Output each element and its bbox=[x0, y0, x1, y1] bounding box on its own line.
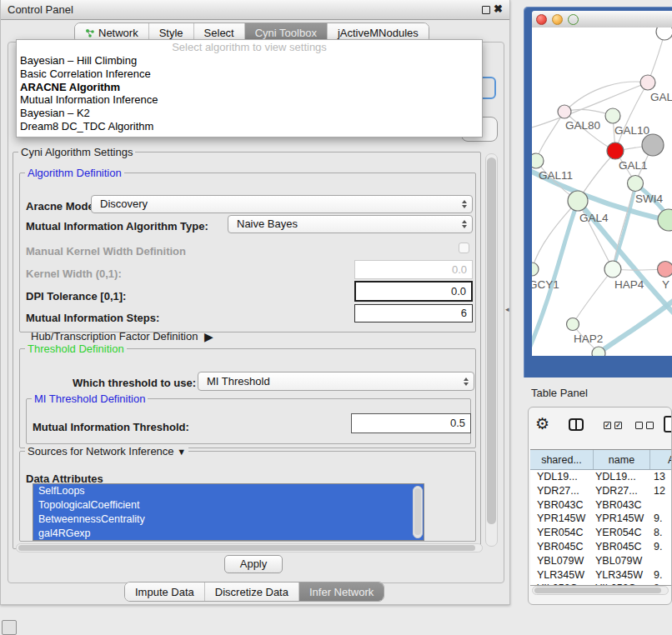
node-table[interactable]: shared...nameA YDL19...YDL19...13YDR27..… bbox=[530, 449, 672, 586]
column-header[interactable]: shared... bbox=[530, 450, 594, 469]
gear-icon[interactable]: ⚙ bbox=[535, 414, 549, 433]
float-window-icon[interactable] bbox=[482, 6, 490, 14]
mi-type-combo[interactable]: Naive Bayes bbox=[228, 215, 473, 233]
data-attributes-list[interactable]: SelfLoopsTopologicalCoefficientBetweenne… bbox=[33, 483, 424, 541]
checked-box-icon[interactable]: ✓ bbox=[614, 422, 622, 429]
page-icon[interactable] bbox=[664, 416, 672, 432]
manual-kernel-label: Manual Kernel Width Definition bbox=[26, 245, 186, 258]
expander-down-icon[interactable]: ▼ bbox=[177, 447, 186, 457]
attribute-item-selected[interactable]: gal4RGexp bbox=[33, 527, 424, 541]
manual-kernel-checkbox[interactable] bbox=[459, 242, 469, 253]
splitter-collapse-icon[interactable]: ◂ bbox=[505, 305, 509, 313]
attribute-item-selected[interactable]: TopologicalCoefficient bbox=[33, 498, 424, 512]
network-node-hap2[interactable] bbox=[567, 318, 579, 331]
mi-threshold-label: Mutual Information Threshold: bbox=[33, 421, 189, 433]
aracne-mode-combo[interactable]: Discovery bbox=[91, 195, 473, 213]
network-node[interactable] bbox=[592, 347, 605, 356]
algorithm-select-popup: Select algorithm to view settings Bayesi… bbox=[16, 39, 483, 138]
tab-label: jActiveMNodules bbox=[338, 27, 419, 39]
list-vertical-scrollbar[interactable] bbox=[413, 486, 423, 538]
algorithm-option[interactable]: ARACNE Algorithm bbox=[17, 81, 482, 94]
tab-discretize-data[interactable]: Discretize Data bbox=[205, 582, 299, 601]
network-node-gal80[interactable] bbox=[558, 105, 571, 118]
network-edge[interactable] bbox=[597, 299, 672, 354]
expander-right-icon[interactable]: ▶ bbox=[204, 330, 213, 343]
scrollbar-thumb[interactable] bbox=[534, 588, 661, 593]
table-row[interactable]: YER054CYER054C8. bbox=[530, 526, 672, 540]
network-edge[interactable] bbox=[536, 112, 564, 161]
network-node-gal11[interactable] bbox=[532, 153, 544, 168]
network-view-window: GALGAL80GAL10GAL1GAL11SWI4GAL4GCY1HAP4YH… bbox=[524, 7, 672, 378]
table-horizontal-scrollbar[interactable] bbox=[532, 586, 669, 595]
table-row[interactable]: YBR045CYBR045C9. bbox=[530, 540, 672, 554]
node-label: GAL4 bbox=[579, 212, 609, 224]
algorithm-option[interactable]: Dream8 DC_TDC Algorithm bbox=[17, 120, 482, 133]
network-edge[interactable] bbox=[564, 82, 648, 112]
table-row[interactable]: YPR145WYPR145W9. bbox=[530, 512, 672, 526]
table-row[interactable]: YBR043CYBR043C bbox=[530, 498, 672, 512]
table-row[interactable]: YLR345WYLR345W9. bbox=[530, 568, 672, 582]
attribute-item-selected[interactable]: SelfLoops bbox=[33, 484, 424, 498]
table-row[interactable]: YDL19...YDL19...13 bbox=[530, 470, 672, 484]
network-canvas[interactable]: GALGAL80GAL10GAL1GAL11SWI4GAL4GCY1HAP4YH… bbox=[532, 28, 672, 356]
table-cell: YBL079W bbox=[594, 554, 650, 568]
apply-label: Apply bbox=[240, 558, 268, 570]
table-row[interactable]: YDR27...YDR27...12 bbox=[530, 484, 672, 498]
unchecked-box-icon[interactable] bbox=[646, 422, 654, 429]
sources-title[interactable]: Sources for Network Inference ▼ bbox=[25, 445, 188, 458]
algorithm-option[interactable]: Bayesian – K2 bbox=[17, 107, 482, 120]
mi-steps-field[interactable]: 6 bbox=[354, 304, 473, 322]
table-cell: YLR345W bbox=[594, 568, 650, 582]
checked-box-icon[interactable]: ✓ bbox=[604, 422, 611, 429]
unchecked-box-icon[interactable] bbox=[635, 422, 643, 429]
network-node-swi4[interactable] bbox=[658, 209, 672, 231]
settings-horizontal-scrollbar[interactable] bbox=[16, 543, 483, 552]
zoom-traffic-light[interactable] bbox=[568, 14, 579, 25]
table-cell: YLR345W bbox=[530, 568, 594, 582]
scrollbar-thumb[interactable] bbox=[18, 545, 475, 551]
algorithm-option[interactable]: Basic Correlation Inference bbox=[17, 68, 482, 81]
group-title: MI Threshold Definition bbox=[32, 392, 148, 405]
close-icon[interactable]: ✖ bbox=[494, 2, 503, 15]
network-node[interactable] bbox=[642, 134, 664, 156]
scrollbar-thumb[interactable] bbox=[487, 158, 496, 524]
network-node-gal1[interactable] bbox=[628, 176, 644, 192]
kernel-width-field[interactable]: 0.0 bbox=[354, 260, 473, 279]
network-node-gal[interactable] bbox=[640, 75, 655, 90]
group-title: Cyni Algorithm Settings bbox=[18, 146, 135, 158]
tab-impute-data[interactable]: Impute Data bbox=[125, 582, 205, 601]
hub-definition-expander[interactable]: Hub/Transcription Factor Definition ▶ bbox=[31, 330, 210, 342]
close-traffic-light[interactable] bbox=[536, 14, 547, 25]
network-node[interactable] bbox=[607, 142, 624, 159]
algorithm-option[interactable]: Mutual Information Inference bbox=[17, 93, 482, 107]
network-node-gcy1[interactable] bbox=[532, 262, 539, 276]
apply-button[interactable]: Apply bbox=[224, 555, 283, 573]
settings-vertical-scrollbar[interactable] bbox=[485, 153, 498, 547]
table-cell bbox=[650, 554, 672, 568]
table-panel: ⚙ ✓ ✓ shared...nameA YDL19...YDL19...13Y… bbox=[528, 407, 672, 605]
attribute-item-selected[interactable]: BetweennessCentrality bbox=[33, 512, 424, 527]
network-node-y[interactable] bbox=[658, 262, 672, 278]
network-node-hap4[interactable] bbox=[604, 261, 621, 278]
dpi-tolerance-field[interactable]: 0.0 bbox=[354, 281, 473, 302]
network-node[interactable] bbox=[656, 28, 672, 40]
column-header[interactable]: A bbox=[650, 450, 672, 469]
column-layout-icon[interactable] bbox=[569, 418, 584, 431]
network-node-gal10[interactable] bbox=[605, 108, 620, 123]
tab-infer-network[interactable]: Infer Network bbox=[299, 582, 384, 601]
node-label: GAL1 bbox=[619, 159, 648, 172]
mi-threshold-field[interactable]: 0.5 bbox=[351, 413, 471, 433]
docked-panel-icon[interactable] bbox=[2, 620, 17, 635]
table-row[interactable]: YBL079WYBL079W bbox=[530, 554, 672, 568]
node-label: SWI4 bbox=[635, 192, 663, 205]
tab-label: Style bbox=[159, 27, 183, 39]
network-edge[interactable] bbox=[532, 201, 578, 269]
which-threshold-label: Which threshold to use: bbox=[73, 377, 196, 389]
which-threshold-combo[interactable]: MI Threshold bbox=[198, 372, 474, 391]
algorithm-option[interactable]: Bayesian – Hill Climbing bbox=[17, 54, 482, 68]
minimize-traffic-light[interactable] bbox=[552, 14, 563, 25]
column-header[interactable]: name bbox=[594, 450, 650, 469]
network-edge[interactable] bbox=[573, 269, 613, 324]
scrollbar-thumb[interactable] bbox=[414, 488, 421, 535]
network-node-gal4[interactable] bbox=[568, 191, 588, 211]
